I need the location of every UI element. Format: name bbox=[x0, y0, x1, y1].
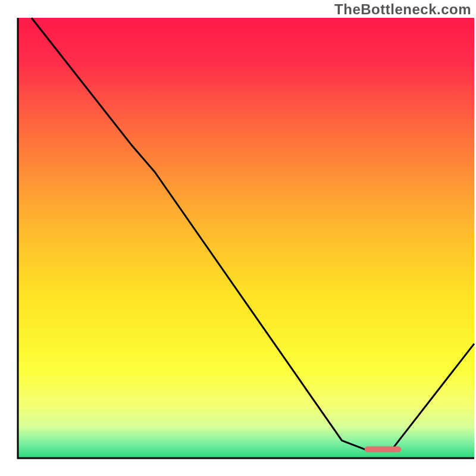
plot-background bbox=[18, 18, 474, 458]
bottleneck-chart: TheBottleneck.com bbox=[0, 0, 476, 476]
chart-svg bbox=[0, 0, 476, 476]
optimal-marker bbox=[365, 446, 401, 452]
watermark-text: TheBottleneck.com bbox=[334, 1, 471, 18]
